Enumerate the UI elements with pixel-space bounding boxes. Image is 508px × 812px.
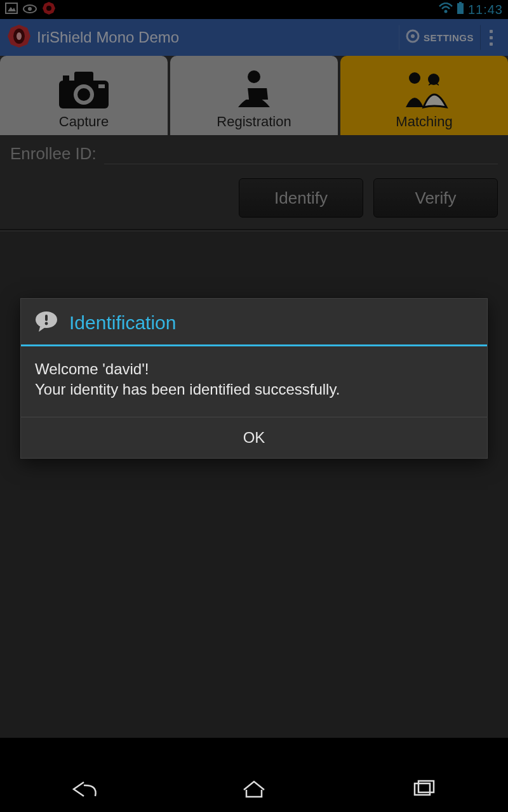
dialog-message: Welcome 'david'! Your identity has been … — [21, 346, 487, 417]
svg-point-27 — [45, 322, 48, 325]
identification-dialog: Identification Welcome 'david'! Your ide… — [20, 298, 488, 459]
navigation-bar — [0, 766, 508, 812]
recents-button[interactable] — [385, 774, 462, 804]
home-button[interactable] — [216, 774, 292, 804]
svg-rect-26 — [45, 315, 48, 321]
alert-icon — [34, 310, 59, 336]
dialog-title: Identification — [69, 312, 176, 334]
svg-rect-29 — [418, 781, 434, 792]
back-button[interactable] — [46, 774, 123, 804]
dialog-ok-button[interactable]: OK — [21, 417, 487, 458]
svg-rect-28 — [415, 783, 430, 795]
